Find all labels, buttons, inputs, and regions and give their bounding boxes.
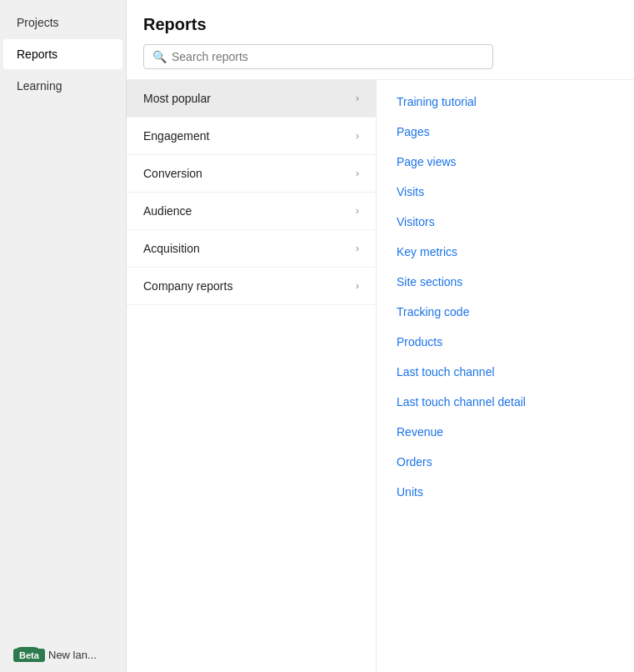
toggle-label: New lan... <box>48 649 97 661</box>
report-link-pages[interactable]: Pages <box>377 117 634 147</box>
report-link-site-sections[interactable]: Site sections <box>377 267 634 297</box>
chevron-icon: › <box>356 205 359 217</box>
chevron-icon: › <box>356 130 359 142</box>
search-bar: 🔍 <box>143 44 493 69</box>
report-link-visits[interactable]: Visits <box>377 177 634 207</box>
sidebar: Projects Reports Learning New lan... Bet… <box>0 0 127 672</box>
panels: Most popular ›Engagement ›Conversion ›Au… <box>127 80 634 672</box>
sidebar-item-learning[interactable]: Learning <box>3 71 122 101</box>
chevron-icon: › <box>356 243 359 254</box>
sidebar-item-reports[interactable]: Reports <box>3 39 122 69</box>
category-item-company-reports[interactable]: Company reports › <box>127 268 376 305</box>
sidebar-item-projects[interactable]: Projects <box>3 8 122 38</box>
chevron-icon: › <box>356 93 359 104</box>
category-label: Audience <box>143 204 192 218</box>
category-label: Conversion <box>143 167 202 180</box>
category-item-audience[interactable]: Audience › <box>127 193 376 230</box>
main-header: Reports 🔍 <box>127 0 634 80</box>
category-item-engagement[interactable]: Engagement › <box>127 118 376 155</box>
beta-badge: Beta <box>13 649 45 662</box>
category-label: Company reports <box>143 279 232 293</box>
page-title: Reports <box>143 15 617 34</box>
report-link-key-metrics[interactable]: Key metrics <box>377 237 634 267</box>
links-panel: Training tutorialPagesPage viewsVisitsVi… <box>377 80 634 672</box>
report-link-units[interactable]: Units <box>377 477 634 507</box>
search-input[interactable] <box>172 50 484 63</box>
category-label: Acquisition <box>143 242 200 255</box>
category-label: Most popular <box>143 92 211 105</box>
chevron-icon: › <box>356 280 359 292</box>
search-icon: 🔍 <box>152 50 167 63</box>
report-link-last-touch-channel[interactable]: Last touch channel <box>377 357 634 387</box>
category-item-acquisition[interactable]: Acquisition › <box>127 230 376 268</box>
report-link-last-touch-channel-detail[interactable]: Last touch channel detail <box>377 387 634 417</box>
report-link-training-tutorial[interactable]: Training tutorial <box>377 87 634 117</box>
category-label: Engagement <box>143 129 209 143</box>
report-link-revenue[interactable]: Revenue <box>377 417 634 447</box>
report-link-page-views[interactable]: Page views <box>377 147 634 177</box>
report-link-orders[interactable]: Orders <box>377 447 634 477</box>
categories-panel: Most popular ›Engagement ›Conversion ›Au… <box>127 80 377 672</box>
category-item-most-popular[interactable]: Most popular › <box>127 80 376 118</box>
report-link-products[interactable]: Products <box>377 327 634 357</box>
report-link-tracking-code[interactable]: Tracking code <box>377 297 634 327</box>
category-item-conversion[interactable]: Conversion › <box>127 155 376 193</box>
chevron-icon: › <box>356 168 359 179</box>
main-content: Reports 🔍 Most popular ›Engagement ›Conv… <box>127 0 634 672</box>
report-link-visitors[interactable]: Visitors <box>377 207 634 237</box>
